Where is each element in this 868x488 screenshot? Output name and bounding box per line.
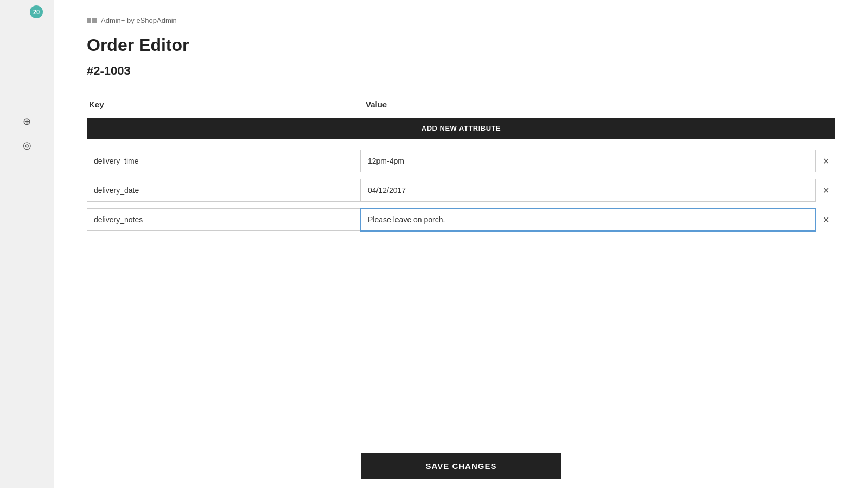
key-input-delivery-notes[interactable] xyxy=(87,208,361,231)
attributes-list: ✕ ✕ ✕ xyxy=(87,150,835,237)
delete-button-delivery-date[interactable]: ✕ xyxy=(816,179,835,202)
grid-icon xyxy=(87,18,97,23)
table-row: ✕ xyxy=(87,150,835,172)
main-content: Admin+ by eShopAdmin Order Editor #2-100… xyxy=(54,0,868,488)
key-input-delivery-date[interactable] xyxy=(87,179,361,202)
order-id: #2-1003 xyxy=(87,64,835,78)
page-title: Order Editor xyxy=(87,35,835,55)
plus-icon[interactable]: ⊕ xyxy=(20,114,35,129)
value-input-delivery-date[interactable] xyxy=(361,179,816,202)
add-attribute-button[interactable]: ADD NEW ATTRIBUTE xyxy=(87,118,835,139)
value-input-delivery-time[interactable] xyxy=(361,150,816,172)
breadcrumb-text: Admin+ by eShopAdmin xyxy=(101,16,177,24)
breadcrumb: Admin+ by eShopAdmin xyxy=(87,16,835,24)
table-header: Key Value xyxy=(87,100,835,109)
sidebar-icons: ⊕ ◎ xyxy=(20,114,35,153)
col-value-label: Value xyxy=(366,100,833,109)
save-bar: SAVE CHANGES xyxy=(54,444,868,488)
sidebar: 20 ⊕ ◎ xyxy=(0,0,54,488)
table-row: ✕ xyxy=(87,208,835,231)
key-input-delivery-time[interactable] xyxy=(87,150,361,172)
eye-icon[interactable]: ◎ xyxy=(20,138,35,153)
col-key-label: Key xyxy=(89,100,366,109)
sidebar-badge: 20 xyxy=(30,5,43,18)
save-changes-button[interactable]: SAVE CHANGES xyxy=(361,453,562,479)
value-input-delivery-notes[interactable] xyxy=(361,208,816,231)
table-row: ✕ xyxy=(87,179,835,202)
delete-button-delivery-notes[interactable]: ✕ xyxy=(816,208,835,231)
delete-button-delivery-time[interactable]: ✕ xyxy=(816,150,835,172)
